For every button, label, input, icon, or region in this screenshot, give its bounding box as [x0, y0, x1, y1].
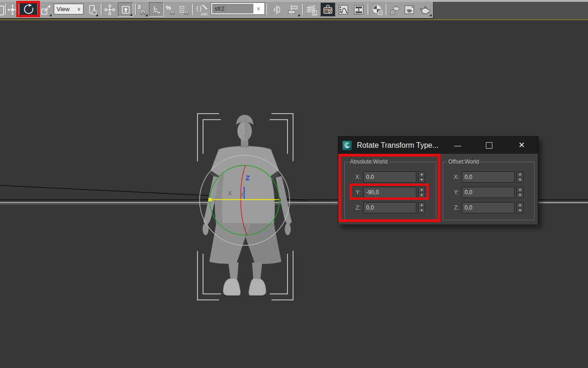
flyout-corner	[145, 14, 148, 16]
flyout-corner	[429, 14, 432, 16]
gizmo-y-handle[interactable]	[208, 198, 212, 201]
spinner-snap-button[interactable]	[178, 3, 191, 17]
dialog-titlebar[interactable]: Rotate Transform Type... — ✕	[338, 137, 538, 154]
offset-group-label: Offset:World	[446, 158, 481, 165]
toolbar-divider	[302, 4, 304, 15]
curve-editor-button[interactable]	[336, 3, 350, 17]
minimize-button[interactable]: —	[447, 137, 468, 154]
chevron-down-icon: ∨	[75, 6, 83, 12]
offset-y-row: Y: ▴ ▾	[443, 187, 534, 198]
schematic-view-button[interactable]	[351, 3, 366, 17]
offset-z-input[interactable]	[462, 202, 515, 213]
layers-icon	[306, 4, 318, 16]
render-setup-icon	[389, 4, 401, 16]
spinner-up-icon[interactable]: ▴	[517, 172, 523, 177]
toolbar-divider	[101, 4, 102, 15]
gizmo-x-label: X	[228, 190, 232, 197]
offset-x-input[interactable]	[462, 171, 515, 183]
curve-editor-icon	[337, 4, 349, 16]
spinner-up-icon[interactable]: ▴	[517, 203, 523, 208]
gizmo-z-label: Z	[246, 174, 250, 182]
spinner-up-icon[interactable]: ▴	[517, 187, 523, 193]
chevron-down-icon: ∨	[253, 4, 264, 13]
select-and-scale-button[interactable]	[39, 3, 52, 17]
offset-z-spinner[interactable]: ▴ ▾	[517, 202, 523, 213]
axis-label-z: Z:	[447, 204, 459, 211]
clipped-toolbar-icon[interactable]	[0, 6, 4, 15]
mirror-button[interactable]	[269, 3, 284, 17]
spinner-down-icon[interactable]: ▾	[517, 208, 523, 213]
spinner-down-icon[interactable]: ▾	[517, 193, 523, 198]
flyout-corner	[49, 14, 52, 16]
spinner-down-icon[interactable]: ▾	[517, 177, 523, 183]
named-selection-set-dropdown[interactable]: sfr2 ∨	[211, 3, 265, 14]
material-editor-button[interactable]	[370, 3, 384, 17]
abc-glyph: ABC	[201, 13, 208, 16]
spinner-snap-icon	[179, 4, 190, 16]
use-pivot-point-button[interactable]	[85, 3, 98, 17]
named-selection-set-value: sfr2	[212, 4, 253, 13]
toolbar-divider	[266, 4, 268, 15]
annotation-rotate-tool-highlight	[16, 1, 40, 17]
percent-glyph: %	[166, 4, 171, 11]
offset-x-spinner[interactable]: ▴ ▾	[517, 171, 523, 183]
snap-mode-number: 3	[137, 4, 140, 10]
mirror-icon	[271, 4, 283, 16]
flyout-corner	[297, 14, 300, 16]
angle-snap-button[interactable]	[149, 2, 164, 17]
offset-x-row: X: ▴ ▾	[443, 171, 534, 183]
layer-manager-button[interactable]	[304, 3, 319, 17]
close-button[interactable]: ✕	[511, 137, 532, 154]
manipulate-icon	[104, 4, 116, 16]
offset-z-row: Z: ▴ ▾	[443, 202, 534, 213]
material-editor-icon	[371, 4, 383, 16]
offset-world-group: Offset:World X: ▴ ▾ Y: ▴ ▾	[443, 162, 535, 220]
keyboard-shortcut-override-button[interactable]	[118, 2, 133, 17]
toolbar-divider	[368, 4, 369, 15]
schematic-view-icon	[353, 4, 365, 16]
edit-named-selection-sets-button[interactable]: { } ABC	[194, 3, 210, 17]
toolbar-empty-area	[433, 2, 588, 19]
dialog-title: Rotate Transform Type...	[357, 141, 447, 150]
gizmo-y-label: y	[240, 190, 244, 197]
application-window: Z X y	[0, 0, 588, 368]
rendered-frame-icon	[403, 4, 415, 16]
toolbar-divider	[386, 4, 387, 15]
snaps-toggle-button[interactable]: 3	[136, 3, 148, 17]
named-sets-icon: { } ABC	[196, 3, 209, 16]
select-and-manipulate-button[interactable]	[103, 3, 116, 17]
percent-snap-button[interactable]: %	[165, 3, 177, 17]
align-button[interactable]	[285, 3, 300, 17]
toolbar-divider	[192, 4, 194, 15]
render-setup-button[interactable]	[388, 3, 402, 17]
reference-coordinate-dropdown[interactable]: View ∨	[54, 4, 84, 14]
3dsmax-logo-icon	[342, 140, 352, 151]
maximize-icon	[486, 142, 492, 149]
offset-y-input[interactable]	[462, 187, 515, 198]
toolbox-button[interactable]	[320, 2, 336, 17]
axis-label-x: X:	[447, 174, 459, 180]
render-production-button[interactable]	[418, 3, 432, 17]
percent-snap-icon: %	[165, 4, 177, 16]
viewport-border-shadow	[0, 20, 588, 21]
keyboard-override-icon	[120, 4, 131, 15]
axis-label-y: Y:	[447, 189, 459, 196]
rendered-frame-window-button[interactable]	[402, 3, 416, 17]
reference-coordinate-value: View	[54, 6, 75, 13]
annotation-y-field-highlight	[349, 184, 429, 200]
toolbox-icon	[322, 4, 334, 15]
flyout-corner	[130, 13, 132, 16]
flyout-corner	[96, 14, 98, 16]
character-model	[203, 115, 292, 296]
svg-text:{ }: { }	[196, 5, 201, 12]
angle-snap-icon	[151, 4, 162, 15]
maximize-button[interactable]	[478, 137, 500, 154]
offset-y-spinner[interactable]: ▴ ▾	[517, 187, 523, 198]
